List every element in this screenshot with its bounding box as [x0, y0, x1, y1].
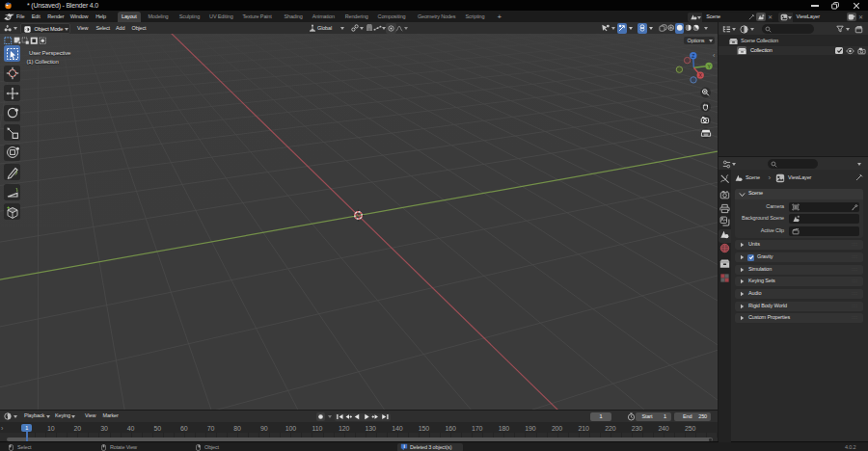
- svg-text:Z: Z: [692, 53, 694, 59]
- svg-text:i: i: [403, 444, 404, 449]
